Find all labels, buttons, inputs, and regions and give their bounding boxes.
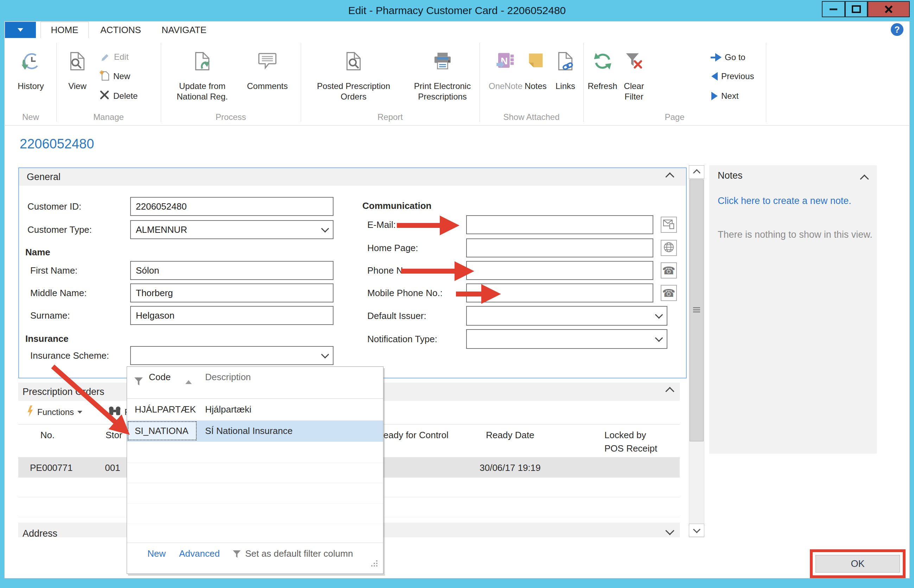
home-page-field[interactable] [466, 238, 653, 257]
clear-filter-label: Clear Filter [616, 81, 652, 102]
previous-button[interactable]: Previous [711, 68, 754, 84]
phone-no-field[interactable] [466, 261, 653, 280]
lookup-code-header[interactable]: Code [149, 372, 171, 383]
first-name-field[interactable]: Sólon [130, 261, 333, 280]
phone-icon: ☎ [662, 287, 675, 299]
lookup-empty-row-divider [127, 523, 383, 524]
mobile-phone-no-field[interactable] [466, 283, 653, 302]
ribbon-separator [766, 43, 766, 122]
delete-label: Delete [113, 91, 138, 101]
onenote-label: OneNote [489, 81, 523, 91]
tab-navigate[interactable]: NAVIGATE [154, 22, 214, 38]
send-email-button[interactable] [661, 216, 677, 233]
column-locked-by-line1[interactable]: Locked by [604, 430, 646, 441]
minimize-icon [830, 8, 837, 10]
ribbon-separator [56, 43, 57, 122]
close-button[interactable] [867, 1, 910, 17]
customer-type-combobox[interactable]: ALMENNUR [130, 220, 333, 239]
lookup-description-header[interactable]: Description [205, 372, 251, 383]
communication-group-label: Communication [362, 200, 431, 212]
prescription-orders-collapse-chevron-icon[interactable] [666, 388, 673, 393]
general-section-header[interactable]: General [19, 168, 686, 186]
column-ready-for-control[interactable]: Ready for Control [377, 430, 448, 441]
customer-type-value: ALMENNUR [136, 225, 187, 235]
refresh-icon [593, 42, 613, 81]
default-issuer-combobox[interactable] [466, 306, 667, 326]
create-note-link[interactable]: Click here to create a new note. [718, 195, 851, 207]
new-button[interactable]: New [99, 68, 130, 85]
comments-bubble-icon [257, 42, 278, 81]
notification-type-combobox[interactable] [466, 329, 667, 349]
next-button[interactable]: Next [711, 88, 738, 104]
column-store[interactable]: Stor [105, 430, 123, 441]
edit-button[interactable]: Edit [100, 49, 128, 65]
chevron-up-icon [693, 169, 700, 176]
address-collapse-chevron-icon [665, 526, 674, 535]
prescription-orders-title: Prescription Orders [23, 386, 105, 397]
general-collapse-chevron-icon[interactable] [666, 174, 673, 178]
history-label: History [18, 81, 44, 91]
notes-collapse-chevron-icon[interactable] [861, 176, 867, 180]
ribbon-separator [583, 43, 584, 122]
scrollbar-thumb[interactable] [689, 179, 704, 441]
history-icon [21, 42, 41, 81]
insurance-scheme-combobox[interactable] [130, 346, 333, 365]
application-menu-button[interactable] [5, 22, 36, 38]
resize-grip-icon[interactable] [370, 559, 378, 569]
tab-home-label: HOME [51, 24, 78, 36]
make-mobile-call-button[interactable]: ☎ [661, 285, 677, 301]
next-arrow-icon [711, 92, 718, 100]
customer-id-field[interactable]: 2206052480 [130, 197, 333, 216]
row-ready-date-cell: 30/06/17 19:19 [479, 462, 542, 473]
comments-label: Comments [247, 81, 288, 91]
delete-button[interactable]: Delete [99, 87, 138, 105]
links-chain-icon [555, 42, 575, 81]
lookup-set-default-label[interactable]: Set as default filter column [245, 548, 353, 559]
open-home-page-button[interactable] [661, 240, 677, 256]
functions-label: Functions [37, 407, 74, 417]
sort-ascending-icon [185, 380, 192, 384]
help-button[interactable]: ? [891, 23, 903, 36]
insurance-group-label: Insurance [25, 333, 69, 344]
scrollbar-down-button[interactable] [689, 523, 704, 537]
insurance-scheme-chevron-icon [321, 351, 329, 359]
notes-label: Notes [524, 81, 547, 91]
tab-home[interactable]: HOME [40, 22, 89, 38]
ok-button[interactable]: OK [815, 555, 900, 572]
tab-actions-label: ACTIONS [100, 24, 141, 36]
update-label: Update from National Reg. [169, 81, 236, 102]
chevron-down-icon [693, 526, 700, 533]
edit-pencil-icon [100, 51, 110, 63]
lookup-advanced-link[interactable]: Advanced [179, 548, 220, 559]
column-ready-date[interactable]: Ready Date [479, 430, 542, 441]
row-store-cell: 001 [102, 462, 123, 473]
general-section-title: General [27, 171, 60, 183]
make-call-button[interactable]: ☎ [661, 262, 677, 278]
middle-name-label: Middle Name: [30, 283, 87, 302]
maximize-button[interactable] [845, 1, 867, 17]
notes-empty-text: There is nothing to show in this view. [718, 229, 872, 240]
tab-actions[interactable]: ACTIONS [94, 22, 147, 38]
ribbon-group-show-attached: Show Attached [479, 111, 583, 123]
lookup-empty-row-divider [127, 462, 383, 463]
set-default-funnel-icon [233, 550, 241, 559]
goto-button[interactable]: Go to [711, 49, 746, 65]
first-name-label: First Name: [30, 261, 78, 280]
ribbon-separator [161, 43, 161, 122]
scrollbar-up-button[interactable] [689, 165, 704, 179]
functions-menu-button[interactable]: Functions [27, 404, 83, 421]
refresh-label: Refresh [587, 81, 617, 91]
middle-name-field[interactable]: Thorberg [130, 283, 333, 302]
minimize-button[interactable] [822, 1, 845, 17]
filter-funnel-icon[interactable] [134, 376, 143, 387]
lookup-new-link[interactable]: New [147, 548, 166, 559]
customer-type-chevron-icon [321, 225, 329, 233]
lookup-row[interactable]: HJÁLPARTÆK Hjálpartæki [127, 399, 383, 421]
window-title: Edit - Pharmacy Customer Card - 22060524… [348, 5, 566, 16]
phone-icon: ☎ [662, 265, 675, 277]
email-field[interactable] [466, 215, 653, 234]
column-no[interactable]: No. [30, 430, 65, 441]
lookup-row-selected[interactable]: SI_NATIONA SÍ National Insurance [127, 421, 383, 442]
delete-x-icon [99, 90, 110, 102]
surname-field[interactable]: Helgason [130, 306, 333, 325]
